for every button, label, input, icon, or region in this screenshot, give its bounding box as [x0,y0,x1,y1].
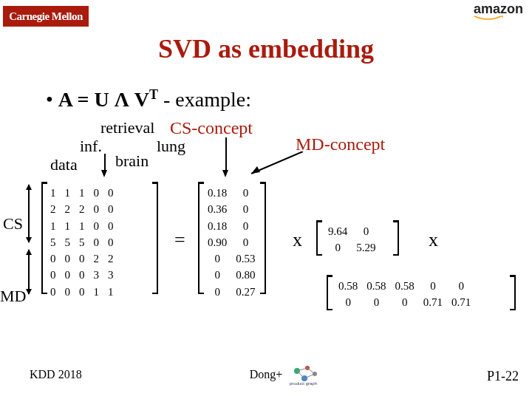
bullet-a: A = U [58,88,115,111]
matrix-S: 9.64005.29 [324,223,381,256]
matrix-cell: 5 [75,234,89,250]
matrix-cell: 5 [61,234,75,250]
matrix-cell: 0 [89,185,104,201]
matrix-cell: 0 [203,250,231,267]
label-data: data [50,155,78,174]
matrix-cell: 0 [75,284,89,300]
matrix-cell: 0 [231,201,259,217]
matrix-cell: 0 [89,234,104,250]
matrix-cell: 1 [61,218,75,234]
matrix-cell: 0 [61,267,75,283]
matrix-cell: 1 [103,284,118,300]
matrix-cell: 0 [362,294,390,310]
matrix-cell: 0 [46,267,61,283]
matrix-cell: 0.58 [391,278,419,294]
matrix-cell: 1 [46,185,61,201]
matrix-cell: 0 [46,284,61,300]
matrix-cell: 1 [75,218,89,234]
product-graph-icon: product graph [290,364,327,386]
label-lung: lung [157,137,185,156]
matrix-cell: 2 [103,250,118,267]
matrix-cell: 0 [203,284,231,300]
matrix-cell: 0 [103,185,118,201]
arrow-icon [104,154,106,170]
arrow-icon [225,137,227,170]
matrix-cell: 0.27 [231,284,259,300]
matrix-A: 11100222001110055500000220003300011 [46,185,118,300]
times-2: x [429,229,438,251]
matrix-cell: 0 [89,218,104,234]
matrix-cell: 2 [46,201,61,217]
matrix-cell: 5.29 [352,239,380,256]
matrix-cell: 0.53 [231,250,259,267]
bullet-equation: • A = U Λ VT - example: [46,87,251,112]
side-md: MD [0,287,26,306]
arrow-down-icon [222,170,228,177]
matrix-cell: 0 [46,250,61,267]
matrix-cell: 0 [103,201,118,217]
footer-author: Dong+ [0,368,532,381]
cs-range-bar [28,185,30,242]
matrix-cell: 0.71 [419,294,447,310]
matrix-cell: 0 [75,267,89,283]
svg-marker-1 [251,166,260,174]
md-range-bar [28,250,30,294]
matrix-cell: 0 [61,250,75,267]
equals-sign: = [174,229,185,251]
label-retrieval: retrieval [100,118,154,137]
matrix-cell: 5 [46,234,61,250]
matrix-cell: 0 [61,284,75,300]
matrix-cell: 0.71 [447,294,475,310]
label-cs-concept: CS-concept [170,118,253,138]
matrix-cell: 0 [447,278,475,294]
matrix-cell: 0 [75,250,89,267]
matrix-cell: 0 [231,234,259,250]
bullet-sup: T [149,87,158,102]
cmu-logo: Carnegie Mellon [3,6,89,27]
matrix-cell: 0.58 [362,278,390,294]
svg-line-7 [297,371,304,378]
matrix-cell: 0 [324,239,352,256]
matrix-cell: 0 [231,185,259,201]
matrix-cell: 1 [61,185,75,201]
bullet-b: V [129,88,149,111]
matrix-cell: 2 [89,250,104,267]
bullet-tail: - example: [158,88,251,111]
matrix-cell: 0.18 [203,218,231,234]
slide-title: SVD as embedding [0,33,532,64]
matrix-cell: 3 [103,267,118,283]
svg-line-8 [307,368,315,374]
page-number: P1-22 [487,369,519,384]
matrix-cell: 0.36 [203,201,231,217]
matrix-cell: 3 [89,267,104,283]
matrix-cell: 0 [103,218,118,234]
amazon-smile-icon [474,16,503,21]
matrix-cell: 1 [46,218,61,234]
matrix-cell: 0 [231,218,259,234]
matrix-cell: 0 [89,201,104,217]
matrix-cell: 9.64 [324,223,352,239]
matrix-cell: 0 [391,294,419,310]
amazon-logo-text: amazon [474,1,523,16]
matrix-cell: 1 [89,284,104,300]
matrix-U: 0.1800.3600.1800.90000.5300.8000.27 [203,185,260,300]
matrix-cell: 2 [75,201,89,217]
matrix-cell: 1 [75,185,89,201]
matrix-cell: 0 [352,223,380,239]
matrix-cell: 0 [334,294,362,310]
times-1: x [293,229,302,251]
matrix-cell: 0 [419,278,447,294]
bullet-dot: • [46,88,58,111]
label-brain: brain [115,151,149,171]
matrix-Vt: 0.580.580.58000000.710.71 [334,278,475,311]
matrix-cell: 0.90 [203,234,231,250]
label-inf: inf. [80,137,102,156]
amazon-logo: amazon [474,1,523,21]
arrow-down-icon [101,170,107,177]
matrix-cell: 0.58 [334,278,362,294]
matrix-cell: 2 [61,201,75,217]
matrix-cell: 0 [203,267,231,283]
matrix-cell: 0.80 [231,267,259,283]
lambda-icon: Λ [115,88,129,111]
svg-text:product graph: product graph [290,381,317,386]
